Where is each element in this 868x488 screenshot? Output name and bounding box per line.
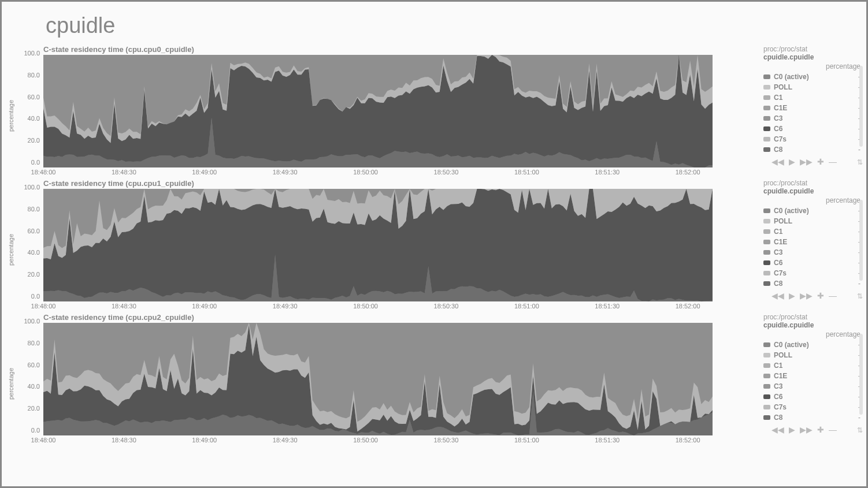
x-tick: 18:50:00 — [353, 303, 378, 310]
legend-item[interactable]: C8- — [763, 412, 860, 423]
x-tick: 18:49:30 — [273, 303, 298, 310]
legend-scrollbar[interactable] — [859, 200, 863, 281]
legend-scrollbar[interactable] — [859, 334, 863, 415]
play-icon[interactable]: ▶ — [789, 291, 795, 300]
x-tick: 18:50:00 — [353, 437, 378, 444]
legend-label: POLL — [774, 350, 858, 360]
legend-item[interactable]: C3- — [763, 113, 860, 124]
y-tick: 20.0 — [16, 137, 40, 144]
rewind-icon[interactable]: ◀◀ — [771, 291, 784, 300]
plus-icon[interactable]: ✚ — [817, 157, 824, 166]
legend-swatch — [763, 394, 770, 399]
legend-label: C3 — [774, 113, 858, 124]
y-tick: 0.0 — [16, 159, 40, 166]
legend-item[interactable]: C1E- — [763, 103, 860, 113]
legend-item[interactable]: C1- — [763, 226, 860, 237]
play-icon[interactable]: ▶ — [789, 425, 795, 434]
plus-icon[interactable]: ✚ — [817, 291, 824, 300]
y-axis-label: percentage — [8, 88, 16, 132]
legend-swatch — [763, 229, 770, 234]
legend-swatch — [763, 95, 770, 100]
play-icon[interactable]: ▶ — [789, 157, 795, 166]
legend-swatch — [763, 116, 770, 121]
x-tick: 18:49:00 — [192, 437, 217, 444]
x-axis: 18:48:0018:48:3018:49:0018:49:3018:50:00… — [43, 301, 713, 310]
x-tick: 18:48:30 — [112, 437, 136, 444]
legend-label: C1 — [774, 92, 858, 103]
x-tick: 18:49:30 — [273, 169, 298, 176]
y-tick: 80.0 — [16, 72, 40, 79]
fastforward-icon[interactable]: ▶▶ — [800, 291, 813, 300]
legend-label: POLL — [774, 82, 858, 92]
legend-label: POLL — [774, 216, 858, 226]
legend-item[interactable]: C1E- — [763, 237, 860, 247]
legend-item[interactable]: C7s- — [763, 134, 860, 144]
x-tick: 18:51:30 — [595, 169, 620, 176]
legend-source: proc:/proc/stat — [763, 45, 860, 53]
legend-chart-id: cpuidle.cpuidle — [763, 53, 860, 61]
sort-icon[interactable]: ⇅ — [857, 158, 863, 166]
legend-item[interactable]: C1- — [763, 360, 860, 371]
x-tick: 18:52:00 — [676, 169, 700, 176]
rewind-icon[interactable]: ◀◀ — [771, 157, 784, 166]
legend-item[interactable]: C3- — [763, 247, 860, 258]
legend-item[interactable]: C6- — [763, 258, 860, 268]
legend-label: C7s — [774, 268, 858, 278]
fastforward-icon[interactable]: ▶▶ — [800, 425, 813, 434]
legend-label: C0 (active) — [774, 206, 858, 216]
y-tick: 80.0 — [16, 340, 40, 347]
legend-item[interactable]: C6- — [763, 392, 860, 402]
minus-icon[interactable]: — — [829, 157, 837, 166]
chart-plot-area[interactable] — [43, 55, 713, 167]
legend-item[interactable]: POLL- — [763, 82, 860, 92]
x-tick: 18:51:30 — [595, 303, 620, 310]
x-axis: 18:48:0018:48:3018:49:0018:49:3018:50:00… — [43, 167, 713, 176]
legend-panel: proc:/proc/statcpuidle.cpuidlepercentage… — [753, 45, 860, 166]
y-tick: 0.0 — [16, 427, 40, 434]
legend-item[interactable]: C8- — [763, 278, 860, 289]
legend-item[interactable]: C8- — [763, 144, 860, 155]
sort-icon[interactable]: ⇅ — [857, 426, 863, 434]
legend-item[interactable]: POLL- — [763, 216, 860, 226]
y-axis: 100.080.060.040.020.00.0 — [16, 313, 43, 434]
legend-item[interactable]: C1E- — [763, 371, 860, 381]
x-tick: 18:50:30 — [434, 169, 459, 176]
x-tick: 18:51:00 — [514, 169, 539, 176]
legend-item[interactable]: C7s- — [763, 402, 860, 412]
x-tick: 18:51:00 — [514, 437, 539, 444]
legend-item[interactable]: C7s- — [763, 268, 860, 278]
legend-item[interactable]: C0 (active)- — [763, 340, 860, 350]
legend-item[interactable]: C3- — [763, 381, 860, 392]
legend-unit: percentage — [763, 196, 860, 204]
legend-swatch — [763, 384, 770, 389]
legend-item[interactable]: POLL- — [763, 350, 860, 360]
chart-plot-area[interactable] — [43, 323, 713, 435]
legend-unit: percentage — [763, 330, 860, 338]
minus-icon[interactable]: — — [829, 291, 837, 300]
fastforward-icon[interactable]: ▶▶ — [800, 157, 813, 166]
legend-swatch — [763, 85, 770, 90]
minus-icon[interactable]: — — [829, 425, 837, 434]
legend-swatch — [763, 147, 770, 152]
legend-label: C6 — [774, 392, 858, 402]
legend-item[interactable]: C6- — [763, 124, 860, 134]
legend-label: C0 (active) — [774, 340, 858, 350]
x-tick: 18:48:00 — [31, 437, 56, 444]
chart-plot-area[interactable] — [43, 189, 713, 301]
x-tick: 18:48:00 — [31, 303, 56, 310]
sort-icon[interactable]: ⇅ — [857, 292, 863, 300]
plus-icon[interactable]: ✚ — [817, 425, 824, 434]
legend-panel: proc:/proc/statcpuidle.cpuidlepercentage… — [753, 179, 860, 300]
legend-swatch — [763, 240, 770, 244]
legend-item[interactable]: C0 (active)- — [763, 206, 860, 216]
legend-item[interactable]: C1- — [763, 92, 860, 103]
legend-swatch — [763, 415, 770, 420]
legend-scrollbar[interactable] — [859, 66, 863, 147]
y-axis: 100.080.060.040.020.00.0 — [16, 179, 43, 300]
legend-item[interactable]: C0 (active)- — [763, 72, 860, 82]
x-tick: 18:48:30 — [112, 303, 136, 310]
rewind-icon[interactable]: ◀◀ — [771, 425, 784, 434]
x-tick: 18:49:30 — [273, 437, 298, 444]
legend-swatch — [763, 106, 770, 110]
x-tick: 18:48:30 — [112, 169, 136, 176]
